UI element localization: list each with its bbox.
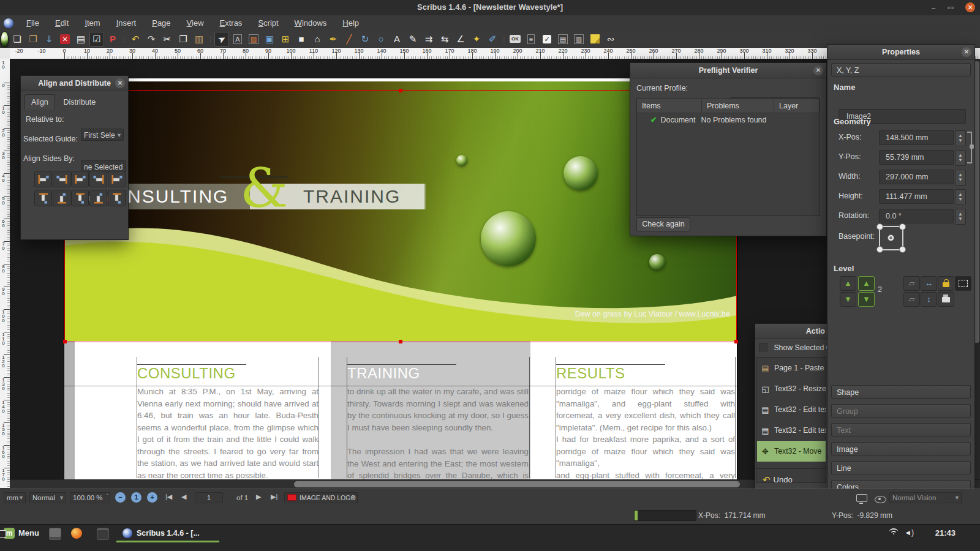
- lock-object-button[interactable]: [938, 276, 954, 291]
- action-history-list[interactable]: ▤ Page 1 - Paste ◱ Text32 - Resize ▤ Tex…: [756, 357, 826, 483]
- align-bottom-to-top-button[interactable]: [34, 190, 52, 206]
- edit-story-editor-icon[interactable]: ✎: [405, 32, 420, 47]
- pdf-link-annotation-icon[interactable]: ∾: [603, 32, 618, 47]
- align-center-vertical-button[interactable]: [71, 190, 89, 206]
- page-number-field[interactable]: 1: [195, 492, 223, 503]
- zoom-level-field[interactable]: 100.00 %ˆ: [70, 492, 110, 503]
- insert-render-frame-icon[interactable]: ▣: [262, 32, 277, 47]
- raise-level-button[interactable]: ▲: [840, 276, 856, 291]
- pdf-push-button-icon[interactable]: OK: [508, 32, 522, 47]
- wifi-icon[interactable]: [889, 528, 899, 536]
- close-button[interactable]: ✕: [965, 2, 975, 12]
- basepoint-corner[interactable]: [899, 223, 906, 230]
- dialog-titlebar[interactable]: Preflight Verifier ✕: [630, 63, 826, 78]
- menu-item[interactable]: File: [18, 15, 47, 31]
- basepoint-corner[interactable]: [876, 223, 883, 230]
- history-item[interactable]: ◱ Text32 - Resize: [757, 378, 826, 399]
- close-icon[interactable]: ✕: [115, 78, 125, 88]
- spinner-buttons[interactable]: ▲▼: [955, 170, 966, 186]
- measurements-icon[interactable]: ∠: [453, 32, 468, 47]
- column-problems[interactable]: Problems: [702, 99, 774, 113]
- zoom-tool-icon[interactable]: ○: [374, 32, 388, 47]
- spinner-buttons[interactable]: ▲▼: [955, 150, 966, 166]
- menu-item[interactable]: Item: [77, 15, 108, 31]
- history-item[interactable]: ✥ Text32 - Move: [757, 441, 826, 462]
- menu-item[interactable]: Page: [144, 15, 178, 31]
- column-items[interactable]: Items: [637, 99, 702, 113]
- link-text-frames-icon[interactable]: ⇉: [421, 32, 436, 47]
- consulting-column[interactable]: CONSULTING Munich at 8:35 P.M., on 1st M…: [137, 365, 318, 479]
- pdf-text-annotation-icon[interactable]: [587, 32, 602, 47]
- zoom-in-icon[interactable]: +: [147, 492, 157, 503]
- vertical-ruler[interactable]: 1001020304050607080901001101201301401501…: [0, 59, 10, 488]
- toolbar-separator[interactable]: ⋮: [208, 32, 213, 47]
- export-pdf-icon[interactable]: P: [105, 32, 120, 47]
- browser-icon[interactable]: [71, 528, 82, 539]
- check-again-button[interactable]: Check again: [636, 217, 690, 231]
- basepoint-corner[interactable]: [899, 246, 906, 253]
- menu-item[interactable]: Windows: [287, 15, 335, 31]
- redo-icon[interactable]: ↷: [144, 32, 159, 47]
- vision-combo[interactable]: Normal Vision▼: [889, 492, 962, 503]
- tab-distribute[interactable]: Distribute: [57, 95, 102, 110]
- align-right-button[interactable]: [89, 171, 107, 187]
- geometry-field-value[interactable]: 111.477 mm: [879, 189, 954, 204]
- close-icon[interactable]: ✕: [813, 66, 823, 75]
- geometry-field-value[interactable]: 0.0 °: [879, 209, 954, 223]
- section-line[interactable]: Line: [831, 461, 971, 474]
- panel-titlebar[interactable]: Actio: [755, 324, 827, 339]
- basepoint-corner[interactable]: [876, 246, 883, 253]
- rotate-item-icon[interactable]: ↻: [358, 32, 372, 47]
- section-image[interactable]: Image: [831, 442, 971, 455]
- geometry-field-value[interactable]: 55.739 mm: [879, 150, 954, 165]
- menu-item[interactable]: Script: [250, 15, 286, 31]
- copy-icon[interactable]: ❐: [176, 32, 190, 47]
- flip-object-icon[interactable]: ▱: [903, 276, 920, 291]
- polygon-dropdown-icon[interactable]: ˇ: [1, 32, 8, 47]
- pdf-text-field-icon[interactable]: ≡: [524, 32, 538, 47]
- pdf-checkbox-icon[interactable]: ✓: [540, 32, 554, 47]
- raise-to-top-button[interactable]: ▲: [858, 276, 875, 291]
- menu-item[interactable]: Edit: [47, 15, 77, 31]
- insert-image-frame-icon[interactable]: ▨: [246, 32, 261, 47]
- close-icon[interactable]: ✕: [962, 47, 971, 57]
- print-document-icon[interactable]: ▤: [74, 32, 88, 47]
- section-shape[interactable]: Shape: [831, 385, 971, 399]
- insert-line-icon[interactable]: ╱: [342, 32, 356, 47]
- zoom-out-icon[interactable]: −: [115, 492, 126, 503]
- volume-icon[interactable]: ◄): [904, 528, 914, 537]
- maximize-button[interactable]: ▭: [946, 2, 956, 12]
- files-icon[interactable]: [97, 528, 109, 540]
- link-width-height-icon[interactable]: [967, 132, 972, 163]
- flip-vertical-button[interactable]: ↕: [921, 292, 937, 307]
- enable-printing-button[interactable]: [938, 292, 954, 307]
- toolbar-separator[interactable]: ⋮: [121, 32, 127, 47]
- open-document-icon[interactable]: ❐: [26, 32, 40, 47]
- eye-dropper-icon[interactable]: ✐: [485, 32, 500, 47]
- tab-align[interactable]: Align: [24, 94, 55, 110]
- preview-mode-icon[interactable]: [856, 494, 867, 502]
- history-item[interactable]: ▤ Text32 - Edit tex: [757, 420, 826, 441]
- lock-size-button[interactable]: [955, 276, 971, 291]
- basepoint-widget[interactable]: [879, 226, 903, 250]
- align-right-to-left-button[interactable]: [34, 171, 52, 187]
- layer-combo[interactable]: IMAGE AND LOGO▼: [284, 492, 358, 503]
- next-page-button[interactable]: ▶: [256, 493, 261, 501]
- show-selected-checkbox[interactable]: [759, 343, 767, 351]
- paste-icon[interactable]: ▥: [192, 32, 206, 47]
- show-desktop-icon[interactable]: [49, 528, 61, 540]
- preflight-results-table[interactable]: Items Problems Layer ✔ Document No Probl…: [636, 99, 820, 216]
- pdf-combo-box-icon[interactable]: ▤: [556, 32, 570, 47]
- unit-combo[interactable]: mm▼: [4, 492, 26, 503]
- pdf-list-box-icon[interactable]: ▥: [571, 32, 586, 47]
- preflight-verifier-icon[interactable]: ☑: [89, 32, 104, 47]
- align-top-button[interactable]: [53, 190, 70, 206]
- select-item-icon[interactable]: ➤: [214, 32, 229, 47]
- quality-combo[interactable]: Normal▼: [29, 492, 66, 503]
- menu-item[interactable]: Extras: [212, 15, 251, 31]
- undo-button[interactable]: ↶ Undo: [755, 468, 827, 490]
- geometry-field-value[interactable]: 148.500 mm: [879, 130, 954, 145]
- history-item[interactable]: ▤ Page 1 - Paste: [757, 358, 826, 378]
- undo-icon[interactable]: ↶: [128, 32, 143, 47]
- ruler-corner[interactable]: [0, 48, 10, 59]
